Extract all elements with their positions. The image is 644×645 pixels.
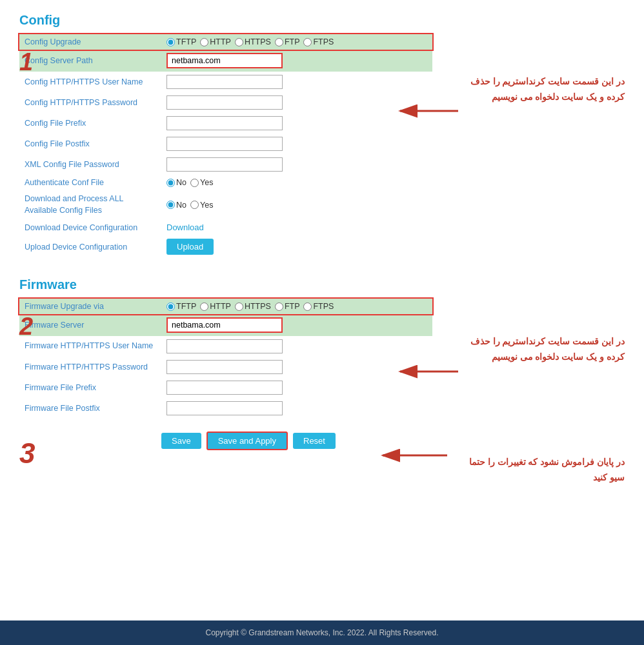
config-http-pass-label: Config HTTP/HTTPS Password [19,92,161,113]
config-upgrade-label: Config Upgrade [19,34,161,50]
config-file-postfix-label: Config File Postfix [19,134,161,154]
firmware-section-title: Firmware [19,277,625,292]
xml-config-pass-label: XML Config File Password [19,154,161,175]
download-all-label: Download and Process ALL Available Confi… [19,190,161,219]
xml-config-pass-row: XML Config File Password [19,154,432,175]
firmware-server-input[interactable] [166,317,283,333]
firmware-file-postfix-row: Firmware File Postfix [19,398,432,419]
config-server-path-input-cell [161,50,432,72]
config-upgrade-row: Config Upgrade TFTP HTTP HTTPS [19,34,432,50]
firmware-file-prefix-label: Firmware File Prefix [19,377,161,398]
radio-https-firmware[interactable]: HTTPS [235,302,271,311]
radio-https-config[interactable]: HTTPS [235,37,271,46]
radio-tftp-firmware[interactable]: TFTP [166,302,196,311]
auth-conf-row: Authenticate Conf File No Yes [19,175,432,190]
firmware-http-pass-input[interactable] [166,360,283,374]
config-server-path-label: Config Server Path [19,50,161,72]
download-all-yes[interactable]: Yes [190,201,213,210]
radio-ftps-firmware[interactable]: FTPS [303,302,334,311]
config-http-user-label: Config HTTP/HTTPS User Name [19,72,161,92]
config-file-prefix-input[interactable] [166,116,283,130]
arrow-1 [394,98,465,124]
config-section-title: Config [19,13,625,28]
step3-badge: 3 [19,437,38,470]
footer-text: Copyright © Grandstream Networks, Inc. 2… [206,628,439,637]
firmware-http-user-row: Firmware HTTP/HTTPS User Name [19,336,432,357]
config-file-prefix-row: Config File Prefix [19,113,432,134]
auth-conf-no[interactable]: No [166,178,186,187]
reset-button[interactable]: Reset [293,433,336,449]
config-upgrade-radio-group: TFTP HTTP HTTPS FTP FTPS [161,34,432,50]
step1-badge: 1 [19,48,36,76]
save-apply-button[interactable]: Save and Apply [206,432,288,450]
auth-conf-label: Authenticate Conf File [19,175,161,190]
config-http-pass-input[interactable] [166,95,283,110]
firmware-http-pass-label: Firmware HTTP/HTTPS Password [19,357,161,377]
firmware-http-user-input[interactable] [166,339,283,353]
radio-tftp-config[interactable]: TFTP [166,37,196,46]
firmware-file-prefix-input[interactable] [166,381,283,395]
firmware-file-prefix-row: Firmware File Prefix [19,377,432,398]
auth-conf-yes[interactable]: Yes [190,178,213,187]
xml-config-pass-input[interactable] [166,157,283,172]
firmware-file-postfix-label: Firmware File Postfix [19,398,161,419]
download-link[interactable]: Download [166,223,204,232]
step2-badge: 2 [19,313,36,341]
firmware-http-user-label: Firmware HTTP/HTTPS User Name [19,336,161,357]
save-button[interactable]: Save [161,433,201,449]
firmware-server-row: Firmware Server [19,314,432,336]
config-http-user-row: Config HTTP/HTTPS User Name [19,72,432,92]
upload-device-label: Upload Device Configuration [19,235,161,258]
radio-http-config[interactable]: HTTP [200,37,231,46]
download-all-no[interactable]: No [166,201,186,210]
upload-device-row: Upload Device Configuration Upload [19,235,432,258]
firmware-upgrade-row: Firmware Upgrade via TFTP HTTP HTTPS [19,299,432,314]
upload-button[interactable]: Upload [166,239,214,255]
firmware-table: Firmware Upgrade via TFTP HTTP HTTPS [19,299,432,419]
arrow-3 [376,442,454,468]
config-http-pass-row: Config HTTP/HTTPS Password [19,92,432,113]
config-file-postfix-row: Config File Postfix [19,134,432,154]
annotation-3: در پایان فراموش نشود که تغییرات را حتما … [457,455,625,486]
firmware-server-label: Firmware Server [19,314,161,336]
footer: Copyright © Grandstream Networks, Inc. 2… [0,620,644,645]
firmware-file-postfix-input[interactable] [166,401,283,415]
radio-ftp-config[interactable]: FTP [275,37,300,46]
config-server-path-row: Config Server Path [19,50,432,72]
config-file-postfix-input[interactable] [166,137,283,151]
download-all-row: Download and Process ALL Available Confi… [19,190,432,219]
annotation-1: در این قسمت سایت کرنداستریم را حذف کرده … [470,74,625,105]
radio-ftp-firmware[interactable]: FTP [275,302,300,311]
firmware-http-pass-row: Firmware HTTP/HTTPS Password [19,357,432,377]
download-device-label: Download Device Configuration [19,219,161,235]
config-server-path-input[interactable] [166,53,283,68]
radio-http-firmware[interactable]: HTTP [200,302,231,311]
radio-ftps-config[interactable]: FTPS [303,37,334,46]
annotation-2: در این قسمت سایت کرنداستریم را حذف کرده … [470,334,625,365]
arrow-2 [394,359,465,384]
config-file-prefix-label: Config File Prefix [19,113,161,134]
download-device-row: Download Device Configuration Download [19,219,432,235]
config-http-user-input[interactable] [166,75,283,89]
firmware-upgrade-label: Firmware Upgrade via [19,299,161,314]
config-table: Config Upgrade TFTP HTTP HTTPS [19,34,432,258]
